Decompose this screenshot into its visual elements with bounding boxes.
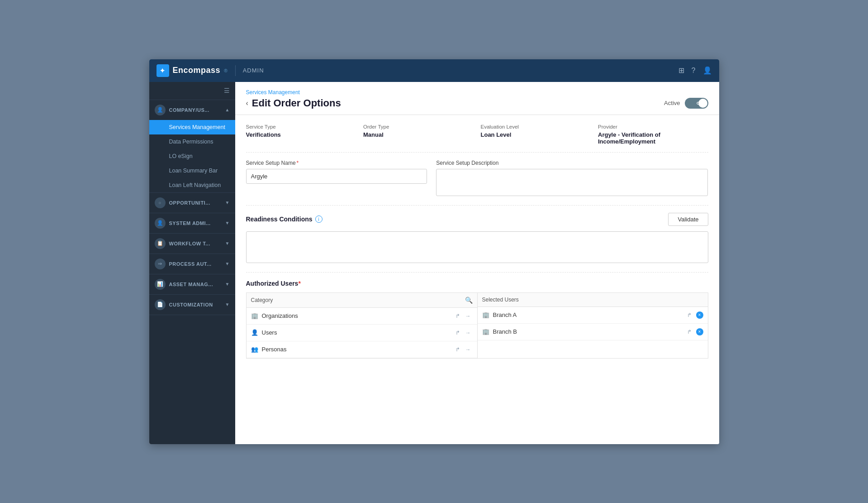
content-header: Services Management ‹ Edit Order Options… bbox=[235, 82, 719, 115]
sidebar-item-loan-nav[interactable]: Loan Left Navigation bbox=[149, 178, 235, 192]
branch-a-remove-button[interactable]: × bbox=[696, 311, 703, 319]
branch-b-icon: 🏢 bbox=[482, 328, 489, 335]
workflow-section-label: WORKFLOW T... bbox=[169, 241, 225, 246]
readiness-info-icon[interactable]: i bbox=[315, 216, 323, 223]
validate-button[interactable]: Validate bbox=[668, 213, 708, 226]
selected-item-branch-b: 🏢 Branch B ↱ × bbox=[478, 324, 708, 340]
readiness-title: Readiness Conditions bbox=[246, 216, 313, 223]
logo-icon: ✦ bbox=[157, 64, 169, 77]
system-admin-section-arrow: ▼ bbox=[225, 220, 230, 225]
process-aut-section-icon: ⇒ bbox=[155, 259, 166, 269]
customization-section-icon: 📄 bbox=[155, 299, 166, 310]
user-icon[interactable]: 👤 bbox=[703, 66, 712, 75]
branch-a-icon: 🏢 bbox=[482, 311, 489, 318]
active-toggle[interactable]: OFF bbox=[685, 98, 708, 109]
category-col-title: Category bbox=[251, 297, 273, 303]
organizations-icon: 🏢 bbox=[251, 312, 258, 319]
sidebar-section-header-process-aut[interactable]: ⇒ PROCESS AUT... ▼ bbox=[149, 254, 235, 274]
sidebar-item-lo-esign[interactable]: LO eSign bbox=[149, 149, 235, 163]
service-setup-desc-field: Service Setup Description bbox=[436, 160, 708, 198]
workflow-section-icon: 📋 bbox=[155, 238, 166, 249]
sidebar-section-header-workflow[interactable]: 📋 WORKFLOW T... ▼ bbox=[149, 234, 235, 254]
provider-value: Argyle - Verification of Income/Employme… bbox=[598, 131, 708, 145]
users-arrow-icon[interactable]: → bbox=[464, 329, 473, 337]
readiness-header: Readiness Conditions i Validate bbox=[246, 213, 708, 226]
sidebar-section-header-opportunities[interactable]: ○ OPPORTUNITI... ▼ bbox=[149, 193, 235, 213]
company-section-icon: 👤 bbox=[155, 105, 166, 115]
process-aut-section-label: PROCESS AUT... bbox=[169, 261, 225, 267]
service-setup-desc-input[interactable] bbox=[436, 169, 708, 196]
branch-a-label: Branch A bbox=[493, 311, 682, 318]
sidebar-section-header-system-admin[interactable]: 👤 SYSTEM ADMI... ▼ bbox=[149, 213, 235, 233]
workflow-section-arrow: ▼ bbox=[225, 241, 230, 246]
back-arrow-icon[interactable]: ‹ bbox=[246, 99, 248, 107]
sidebar-section-asset-manag: 📊 ASSET MANAG... ▼ bbox=[149, 274, 235, 295]
logo-text: Encompass bbox=[173, 66, 221, 75]
sidebar-section-header-customization[interactable]: 📄 CUSTOMIZATION ▼ bbox=[149, 295, 235, 315]
sidebar-toggle-icon[interactable]: ☰ bbox=[224, 87, 230, 94]
personas-arrow-icon[interactable]: → bbox=[464, 345, 473, 354]
selected-users-column: Selected Users 🏢 Branch A ↱ × bbox=[477, 292, 708, 359]
branch-b-actions: ↱ × bbox=[685, 328, 703, 336]
opportunities-section-label: OPPORTUNITI... bbox=[169, 200, 225, 206]
readiness-section: Readiness Conditions i Validate bbox=[246, 213, 708, 273]
organizations-move-icon[interactable]: ↱ bbox=[454, 312, 462, 320]
sidebar-item-services[interactable]: Services Management bbox=[149, 120, 235, 134]
category-item-personas[interactable]: 👥 Personas ↱ → bbox=[247, 341, 477, 358]
selected-col-title: Selected Users bbox=[482, 297, 519, 303]
provider-label: Provider bbox=[598, 124, 708, 129]
customization-section-arrow: ▼ bbox=[225, 302, 230, 307]
content-area: Services Management ‹ Edit Order Options… bbox=[235, 82, 719, 444]
users-icon: 👤 bbox=[251, 329, 258, 336]
service-setup-name-field: Service Setup Name* bbox=[246, 160, 427, 198]
category-item-users[interactable]: 👤 Users ↱ → bbox=[247, 325, 477, 341]
branch-a-move-icon[interactable]: ↱ bbox=[685, 311, 693, 319]
category-search-icon[interactable]: 🔍 bbox=[465, 297, 473, 304]
branch-b-remove-button[interactable]: × bbox=[696, 328, 703, 335]
authorized-grid: Category 🔍 🏢 Organizations ↱ → bbox=[246, 292, 708, 359]
order-type-value: Manual bbox=[363, 131, 474, 138]
branch-b-move-icon[interactable]: ↱ bbox=[685, 328, 693, 336]
breadcrumb[interactable]: Services Management bbox=[246, 89, 708, 96]
sidebar-section-header-company[interactable]: 👤 COMPANY/US... ▲ bbox=[149, 100, 235, 120]
form-content: Service Type Verifications Order Type Ma… bbox=[235, 115, 719, 368]
personas-label: Personas bbox=[262, 346, 450, 353]
asset-manag-section-arrow: ▼ bbox=[225, 282, 230, 287]
top-bar: ✦ Encompass ® ADMIN ⊞ ? 👤 bbox=[149, 59, 719, 82]
sidebar-section-system-admin: 👤 SYSTEM ADMI... ▼ bbox=[149, 213, 235, 234]
service-setup-name-input[interactable] bbox=[246, 169, 427, 184]
organizations-arrow-icon[interactable]: → bbox=[464, 312, 473, 320]
sidebar-section-workflow: 📋 WORKFLOW T... ▼ bbox=[149, 234, 235, 254]
opportunities-section-arrow: ▼ bbox=[225, 200, 230, 205]
info-row: Service Type Verifications Order Type Ma… bbox=[246, 124, 708, 153]
grid-icon[interactable]: ⊞ bbox=[678, 66, 684, 75]
sidebar-item-data-permissions[interactable]: Data Permissions bbox=[149, 134, 235, 149]
readiness-textarea[interactable] bbox=[246, 231, 708, 263]
category-item-organizations[interactable]: 🏢 Organizations ↱ → bbox=[247, 308, 477, 325]
logo-area: ✦ Encompass ® bbox=[157, 64, 228, 77]
admin-label: ADMIN bbox=[243, 67, 264, 74]
form-row: Service Setup Name* Service Setup Descri… bbox=[246, 160, 708, 206]
loan-summary-label: Loan Summary Bar bbox=[169, 168, 218, 174]
service-setup-desc-label: Service Setup Description bbox=[436, 160, 708, 166]
selected-col-header: Selected Users bbox=[478, 293, 708, 307]
personas-actions: ↱ → bbox=[454, 345, 473, 354]
company-section-label: COMPANY/US... bbox=[169, 107, 225, 113]
sidebar-section-opportunities: ○ OPPORTUNITI... ▼ bbox=[149, 193, 235, 213]
sidebar-section-process-aut: ⇒ PROCESS AUT... ▼ bbox=[149, 254, 235, 274]
help-icon[interactable]: ? bbox=[692, 67, 696, 75]
readiness-title-row: Readiness Conditions i bbox=[246, 216, 323, 223]
app-container: ✦ Encompass ® ADMIN ⊞ ? 👤 ☰ 👤 COMPANY/US… bbox=[149, 59, 719, 444]
page-title-left: ‹ Edit Order Options bbox=[246, 97, 341, 109]
personas-move-icon[interactable]: ↱ bbox=[454, 345, 462, 354]
page-title-row: ‹ Edit Order Options Active OFF bbox=[246, 97, 708, 115]
authorized-title: Authorized Users* bbox=[246, 280, 708, 287]
loan-nav-label: Loan Left Navigation bbox=[169, 182, 221, 188]
users-actions: ↱ → bbox=[454, 329, 473, 337]
branch-b-label: Branch B bbox=[493, 328, 682, 335]
sidebar-section-header-asset-manag[interactable]: 📊 ASSET MANAG... ▼ bbox=[149, 274, 235, 294]
sidebar-item-loan-summary[interactable]: Loan Summary Bar bbox=[149, 163, 235, 178]
organizations-label: Organizations bbox=[262, 312, 450, 319]
provider-field: Provider Argyle - Verification of Income… bbox=[598, 124, 708, 145]
users-move-icon[interactable]: ↱ bbox=[454, 329, 462, 337]
